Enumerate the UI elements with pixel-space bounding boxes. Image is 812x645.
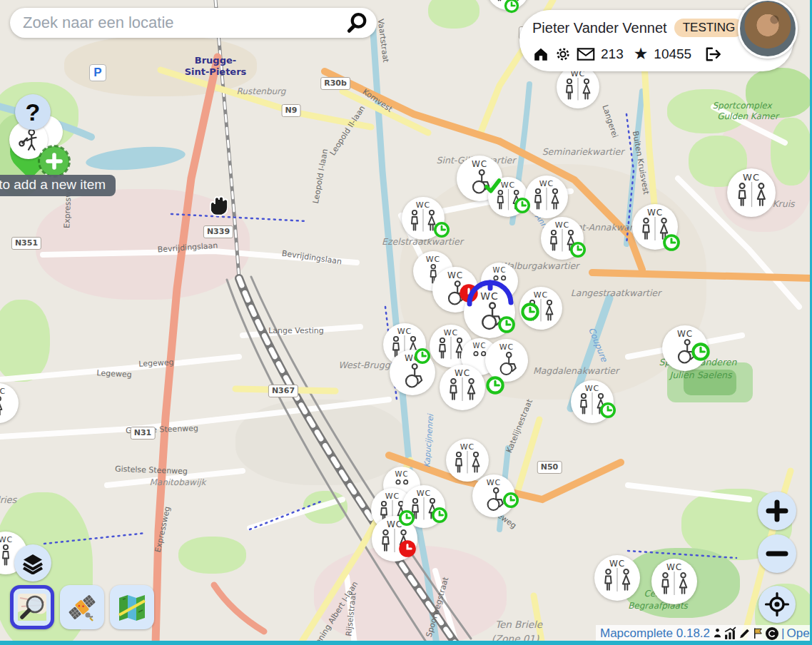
marker-wc-label: WC	[417, 489, 432, 497]
marker-wc-label: WC	[0, 536, 13, 544]
layers-button[interactable]	[14, 544, 51, 581]
mapcomplete-app: Brugge-Sint-PietersRustenburgVaartstraat…	[0, 0, 812, 645]
clock-open-badge-icon	[513, 196, 532, 215]
help-button[interactable]: ?	[15, 94, 51, 130]
home-icon[interactable]	[532, 46, 549, 62]
road-ref-badge: N351	[11, 237, 41, 250]
hand-cursor-icon	[202, 191, 228, 217]
attribution-bar: Mapcomplete 0.18.2 | OpenStreetMap	[596, 625, 812, 641]
clock-open-badge-icon	[413, 347, 432, 365]
logout-icon[interactable]	[704, 46, 721, 62]
parking-icon: P	[89, 64, 106, 81]
add-new-item-button[interactable]	[39, 146, 69, 176]
messages-envelope-icon[interactable]	[577, 47, 595, 61]
map-marker-wc[interactable]: WC	[594, 555, 640, 601]
layers-icon	[21, 552, 44, 574]
map-marker-wc[interactable]: WC	[440, 365, 485, 410]
clock-open-badge-icon	[430, 506, 449, 524]
openstreetmap-link[interactable]: OpenStreetMap	[786, 626, 812, 641]
clock-open-badge-icon	[397, 509, 416, 527]
minus-icon	[765, 542, 789, 566]
clock-open-badge-icon	[432, 220, 451, 239]
marker-wc-label: WC	[395, 471, 409, 478]
marker-wc-label: WC	[499, 343, 514, 351]
add-item-tooltip: re to add a new item	[0, 175, 116, 196]
zoom-out-button[interactable]	[758, 534, 796, 573]
road-ref-badge: N367	[268, 385, 298, 397]
messages-count[interactable]: 213	[601, 46, 624, 62]
marker-wc-label: WC	[585, 385, 600, 392]
marker-wc-label: WC	[609, 559, 625, 568]
map-marker-wc[interactable]: WC	[651, 559, 697, 604]
settings-gear-icon[interactable]	[555, 46, 571, 62]
changes-chart-icon[interactable]	[724, 626, 737, 640]
clock-open-badge-icon	[503, 0, 520, 14]
clock-open-badge-icon	[690, 341, 711, 362]
marker-wc-label: WC	[426, 255, 441, 263]
selection-arc	[465, 280, 515, 308]
attribution-separator: |	[781, 626, 784, 641]
road-ref-badge: R30b	[320, 77, 350, 90]
osm-map-icon	[16, 591, 49, 624]
marker-wc-label: WC	[743, 173, 760, 182]
search-icon[interactable]	[342, 9, 371, 37]
marker-wc-label: WC	[385, 492, 400, 500]
road-ref-badge: N31	[131, 427, 156, 440]
marker-wc-label: WC	[455, 369, 470, 377]
zoom-in-button[interactable]	[758, 492, 796, 530]
marker-wc-label: WC	[473, 342, 487, 350]
marker-wc-label: WC	[487, 479, 502, 487]
marker-wc-label: WC	[534, 291, 549, 299]
geolocate-icon	[764, 591, 790, 617]
mapcomplete-version-link[interactable]: Mapcomplete 0.18.2	[600, 626, 710, 641]
background-osm-button[interactable]	[10, 585, 54, 629]
road-ref-badge: N50	[537, 461, 562, 474]
marker-wc-label: WC	[677, 330, 693, 338]
map-marker-wc[interactable]: WC	[525, 176, 568, 218]
folded-map-icon	[116, 591, 148, 624]
star-icon: ★	[634, 46, 649, 62]
statistics-person-icon[interactable]	[712, 626, 723, 640]
geolocate-button[interactable]	[758, 586, 796, 623]
marker-wc-label: WC	[493, 267, 507, 274]
marker-wc-label: WC	[397, 327, 412, 335]
road-ref-badge: N9	[282, 104, 301, 117]
marker-wc-label: WC	[444, 329, 459, 337]
marker-wc-label: WC	[0, 387, 6, 395]
check-badge-icon	[482, 176, 503, 197]
background-map-button[interactable]	[110, 585, 154, 629]
pencil-icon[interactable]	[738, 626, 751, 640]
clock-open-badge-icon	[519, 301, 541, 322]
user-name: Pieter Vander Vennet	[532, 20, 667, 36]
theme-flag-icon[interactable]	[752, 626, 764, 640]
clock-open-badge-icon	[502, 491, 520, 509]
background-satellite-button[interactable]	[60, 585, 104, 629]
clock-closed-badge-icon	[397, 539, 417, 559]
marker-wc-label: WC	[472, 160, 487, 168]
map-marker-wc[interactable]: WC	[727, 168, 776, 217]
marker-wc-label: WC	[447, 271, 463, 280]
marker-wc-label: WC	[539, 180, 554, 188]
map-marker-wc[interactable]: WC	[557, 66, 599, 108]
clock-open-badge-icon	[569, 240, 587, 259]
attribution-icons	[712, 626, 779, 641]
user-avatar[interactable]	[738, 0, 798, 59]
search-bar	[10, 8, 377, 38]
road-ref-badge: N339	[203, 225, 233, 238]
search-input[interactable]	[10, 14, 342, 32]
plus-icon	[765, 499, 789, 523]
user-panel[interactable]: Pieter Vander Vennet TESTING 213 ★	[519, 10, 793, 71]
marker-wc-label: WC	[555, 221, 570, 229]
clock-open-badge-icon	[497, 315, 517, 335]
stars-count[interactable]: 10455	[654, 46, 691, 62]
marker-wc-label: WC	[647, 208, 663, 217]
clock-open-badge-icon	[599, 401, 617, 420]
clock-open-badge-icon	[484, 375, 506, 396]
marker-wc-label: WC	[666, 563, 682, 572]
clock-open-badge-icon	[661, 233, 681, 253]
map-canvas[interactable]: Brugge-Sint-PietersRustenburgVaartstraat…	[0, 0, 812, 645]
license-icon[interactable]	[765, 626, 779, 641]
testing-badge: TESTING	[674, 19, 744, 37]
background-chooser	[10, 585, 154, 629]
map-marker-wc[interactable]: WC	[446, 439, 489, 482]
